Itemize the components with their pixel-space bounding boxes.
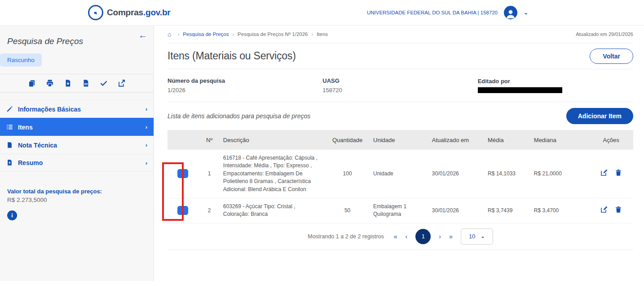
- cell-mediana: R$ 21,0000: [531, 150, 589, 198]
- chevron-right-icon: ›: [146, 142, 147, 148]
- cell-descricao: 616718 - Café Apresentação: Cápsula , In…: [221, 150, 324, 198]
- compras-gov-logo[interactable]: Compras.gov.br: [88, 5, 171, 20]
- chevron-right-icon: ›: [146, 124, 147, 130]
- col-header-atualizado-em: Atualizado em: [429, 130, 485, 150]
- adicionar-item-button[interactable]: Adicionar Item: [566, 108, 633, 124]
- field-numero-pesquisa: Número da pesquisa 1/2026: [168, 77, 322, 94]
- field-label: Número da pesquisa: [168, 77, 322, 84]
- total-label: Valor total da pesquisa de preços:: [7, 188, 146, 195]
- field-editado-por: Editado por: [478, 78, 633, 93]
- cell-numero: 2: [198, 198, 221, 223]
- cell-unidade: Embalagem 1 Quilograma: [371, 198, 429, 223]
- info-icon[interactable]: i: [7, 210, 17, 220]
- chevron-right-icon: ›: [146, 106, 147, 112]
- sidebar-item-informacoes-basicas[interactable]: Informações Básicas ›: [0, 100, 154, 118]
- sidebar-item-itens[interactable]: Itens ›: [0, 118, 154, 136]
- first-page-icon[interactable]: «: [394, 233, 397, 240]
- divider: [168, 250, 633, 250]
- user-avatar[interactable]: [504, 6, 517, 19]
- sidebar-total: Valor total da pesquisa de preços: R$ 2.…: [0, 172, 154, 220]
- top-header: Compras.gov.br UNIVERSIDADE FEDERAL DO S…: [0, 0, 644, 26]
- last-page-icon[interactable]: »: [449, 233, 453, 240]
- print-icon[interactable]: [46, 79, 54, 87]
- cell-atualizado-em: 30/01/2026: [429, 150, 485, 198]
- cell-mediana: R$ 3,4700: [531, 198, 589, 223]
- row-info-button[interactable]: i: [177, 206, 188, 215]
- page-size-value: 10: [469, 233, 475, 240]
- total-value: R$ 2.273,5000: [7, 197, 146, 203]
- check-icon[interactable]: [100, 79, 108, 87]
- updated-at: Atualizado em 29/01/2026: [576, 31, 633, 37]
- voltar-button[interactable]: Voltar: [590, 49, 633, 64]
- copy-icon[interactable]: [28, 79, 36, 87]
- compras-logo-icon: [88, 5, 103, 20]
- row-info-button[interactable]: i: [177, 169, 188, 178]
- items-table: Nº Descrição Quantidade Unidade Atualiza…: [168, 130, 633, 223]
- breadcrumb-pesquisa-n1-2026[interactable]: Pesquisa de Preços Nº 1/2026: [238, 31, 308, 37]
- cell-unidade: Unidade: [371, 150, 429, 198]
- breadcrumb-separator: ›: [311, 31, 313, 37]
- sidebar-item-nota-tecnica[interactable]: Nota Técnica ›: [0, 136, 154, 154]
- table-row: i 1 616718 - Café Apresentação: Cápsula …: [168, 150, 633, 198]
- col-header-numero: Nº: [198, 130, 221, 150]
- field-label: UASG: [322, 77, 477, 84]
- field-uasg: UASG 158720: [322, 77, 477, 94]
- nav-label: Itens: [18, 124, 146, 131]
- cell-media: R$ 14,1033: [485, 150, 531, 198]
- breadcrumb-pesquisa-de-precos[interactable]: Pesquisa de Preços: [183, 31, 229, 37]
- chevron-right-icon: ›: [146, 160, 147, 166]
- nav-label: Informações Básicas: [18, 106, 146, 113]
- sidebar-collapse-arrow-icon[interactable]: ←: [138, 30, 147, 40]
- redacted-value: [478, 87, 562, 93]
- field-label: Editado por: [478, 78, 633, 85]
- cell-numero: 1: [198, 150, 221, 198]
- page-title: Itens (Materiais ou Serviços): [168, 50, 296, 62]
- cell-quantidade: 50: [324, 198, 371, 223]
- user-menu-chevron-down-icon[interactable]: ⌄: [524, 9, 528, 16]
- edit-icon[interactable]: [600, 169, 608, 176]
- col-header-unidade: Unidade: [371, 130, 429, 150]
- list-caption: Lista de itens adicionados para pesquisa…: [168, 112, 310, 120]
- next-page-icon[interactable]: ›: [439, 233, 441, 240]
- sidebar-toolbar: [0, 74, 154, 93]
- chevron-down-icon: ⌄: [481, 233, 485, 239]
- file-icon: [6, 142, 13, 149]
- logo-text: Compras.gov.br: [107, 8, 171, 18]
- org-name: UNIVERSIDADE FEDERAL DO SUL DA BAHIA | 1…: [367, 10, 498, 15]
- file-download-icon[interactable]: [64, 79, 72, 87]
- nav-label: Nota Técnica: [18, 142, 146, 149]
- current-page-button[interactable]: 1: [415, 229, 431, 244]
- sidebar-title: Pesquisa de Preços: [0, 26, 154, 46]
- pencil-icon: [6, 106, 13, 113]
- list-icon: [6, 124, 13, 131]
- main-content: ⌂ › Pesquisa de Preços › Pesquisa de Pre…: [154, 26, 644, 286]
- sidebar-item-resumo[interactable]: Resumo ›: [0, 154, 154, 172]
- prev-page-icon[interactable]: ‹: [406, 233, 408, 240]
- file-csv-icon[interactable]: [82, 79, 90, 87]
- breadcrumb-itens: Itens: [317, 31, 328, 37]
- col-header-acoes: Ações: [589, 130, 633, 150]
- cell-atualizado-em: 30/01/2026: [429, 198, 485, 223]
- col-header-mediana: Mediana: [531, 130, 589, 150]
- page-size-select[interactable]: 10 ⌄: [461, 228, 493, 245]
- table-header-row: Nº Descrição Quantidade Unidade Atualiza…: [168, 130, 633, 150]
- status-badge: Rascunho: [0, 54, 42, 67]
- field-value: 1/2026: [168, 87, 322, 94]
- cell-quantidade: 100: [324, 150, 371, 198]
- delete-icon[interactable]: [615, 206, 622, 213]
- delete-icon[interactable]: [615, 169, 622, 176]
- edit-icon[interactable]: [600, 206, 608, 213]
- breadcrumb-separator: ›: [177, 31, 179, 37]
- col-header-info: [168, 130, 198, 150]
- breadcrumb-separator: ›: [232, 31, 234, 37]
- sidebar-nav: Informações Básicas › Itens › Nota Técni…: [0, 100, 154, 172]
- share-icon[interactable]: [118, 79, 126, 87]
- breadcrumb: ⌂ › Pesquisa de Preços › Pesquisa de Pre…: [168, 26, 633, 43]
- field-value: 158720: [322, 87, 477, 94]
- cell-descricao: 603269 - Açúcar Tipo: Cristal , Coloraçã…: [221, 198, 324, 223]
- nav-label: Resumo: [18, 159, 146, 166]
- pagination: Mostrando 1 a 2 de 2 registros « ‹ 1 › »…: [168, 223, 633, 250]
- home-icon[interactable]: ⌂: [168, 31, 171, 38]
- table-row: i 2 603269 - Açúcar Tipo: Cristal , Colo…: [168, 198, 633, 223]
- file-download-icon: [6, 159, 13, 166]
